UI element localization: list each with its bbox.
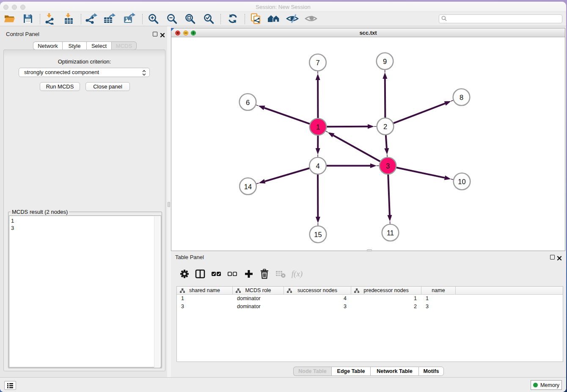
graph-edge-1-4[interactable] [316, 135, 320, 158]
column-header-name[interactable]: name [421, 287, 456, 295]
import-table-button[interactable] [59, 12, 78, 25]
add-button[interactable] [241, 267, 256, 281]
graph-node-4[interactable]: 4 [309, 157, 326, 174]
tab-node-table[interactable]: Node Table [293, 367, 331, 376]
zoom-fit-button[interactable] [181, 12, 199, 25]
frame-minimize-button[interactable] [183, 30, 188, 36]
tab-edge-table[interactable]: Edge Table [331, 367, 370, 376]
column-header-predecessor-nodes[interactable]: predecessor nodes [351, 287, 421, 295]
mcds-panel: Optimization criterion: strongly connect… [3, 50, 165, 371]
graph-node-14[interactable]: 14 [239, 178, 256, 195]
graph-edge-1-6[interactable] [255, 105, 310, 124]
tab-network[interactable]: Network [33, 41, 62, 50]
search-box [439, 14, 562, 23]
table-cell[interactable]: 3 [177, 303, 233, 311]
tab-motifs[interactable]: Motifs [418, 367, 444, 376]
zoom-selected-button[interactable] [199, 12, 218, 25]
show-all-button[interactable] [302, 12, 320, 25]
columns-button[interactable] [193, 267, 208, 281]
control-panel: Control Panel NetworkStyleSelectMCDS Opt… [0, 26, 167, 377]
network-window-title: scc.txt [171, 28, 565, 37]
graph-edge-2-3[interactable] [384, 135, 389, 158]
table-cell[interactable]: 3 [284, 303, 351, 311]
graph-edge-2-8[interactable] [394, 100, 454, 123]
table-cell[interactable]: 1 [421, 295, 456, 303]
graph-node-8[interactable]: 8 [453, 89, 470, 106]
graph-node-3[interactable]: 3 [380, 157, 396, 174]
control-panel-float-icon[interactable] [153, 32, 157, 36]
graph-edge-4-3[interactable] [327, 163, 380, 168]
table-cell[interactable]: 4 [284, 295, 351, 303]
export-image-button[interactable] [120, 12, 139, 25]
hide-selected-button[interactable] [283, 12, 302, 25]
table-cell[interactable]: 1 [177, 295, 233, 303]
graph-edge-2-9[interactable] [383, 69, 387, 118]
graph-node-9[interactable]: 9 [377, 53, 394, 70]
control-panel-close-icon[interactable] [160, 32, 165, 37]
column-header-successor-nodes[interactable]: successor nodes [284, 287, 351, 295]
deselect-all-button[interactable] [225, 267, 240, 281]
vertical-splitter-handle[interactable] [168, 202, 170, 207]
run-mcds-button[interactable]: Run MCDS [40, 82, 80, 91]
open-session-button[interactable] [0, 12, 19, 25]
graph-node-7[interactable]: 7 [309, 54, 326, 71]
close-panel-button[interactable]: Close panel [85, 82, 130, 91]
graph-node-10[interactable]: 10 [454, 173, 471, 190]
column-header-MCDS-role[interactable]: MCDS role [233, 287, 284, 295]
graph-edge-1-2[interactable] [327, 124, 377, 129]
optimization-criterion-select[interactable]: strongly connected component [19, 68, 150, 77]
select-all-button[interactable] [209, 267, 224, 281]
graph-node-2[interactable]: 2 [377, 118, 394, 135]
graph-edge-4-14[interactable] [256, 168, 310, 184]
graph-edge-3-1[interactable] [325, 131, 380, 162]
network-canvas[interactable]: 1234678910111415 [171, 37, 565, 251]
export-table-button[interactable] [100, 12, 119, 25]
tab-network-table[interactable]: Network Table [370, 367, 418, 376]
graph-node-label: 6 [246, 99, 250, 106]
memory-button[interactable]: Memory [531, 380, 562, 390]
table-cell[interactable]: dominator [233, 303, 284, 311]
gear-button[interactable] [177, 267, 192, 281]
graph-node-1[interactable]: 1 [310, 119, 327, 135]
graph-node-11[interactable]: 11 [382, 224, 399, 241]
network-window-titlebar[interactable]: scc.txt [171, 28, 565, 37]
task-history-button[interactable] [4, 381, 16, 390]
result-scrollbar[interactable] [154, 216, 160, 367]
zoom-in-button[interactable] [144, 12, 162, 25]
import-network-button[interactable] [40, 12, 59, 25]
table-cell[interactable]: 2 [351, 303, 421, 311]
table-cell[interactable]: dominator [233, 295, 284, 303]
frame-maximize-button[interactable] [191, 30, 196, 36]
column-header-shared-name[interactable]: shared name [177, 287, 233, 295]
tab-style[interactable]: Style [62, 41, 86, 50]
refresh-layout-button[interactable] [223, 12, 242, 25]
first-neighbors-button[interactable] [264, 12, 283, 25]
graph-edge-1-7[interactable] [316, 70, 320, 118]
frame-close-button[interactable] [175, 30, 180, 36]
horizontal-splitter-handle[interactable] [367, 249, 372, 251]
graph-edge-3-10[interactable] [396, 168, 454, 180]
table-cell[interactable]: 1 [351, 295, 421, 303]
table-panel-float-icon[interactable] [550, 255, 555, 259]
graph-node-6[interactable]: 6 [239, 94, 256, 110]
graph-edge-4-15[interactable] [316, 174, 320, 226]
search-input[interactable] [449, 16, 562, 22]
desktop: Session: New Session [0, 0, 567, 392]
node-table[interactable]: shared name MCDS role successor nodes pr… [176, 286, 563, 362]
mcds-result-title: MCDS result (2 nodes) [11, 209, 69, 215]
save-session-button[interactable] [19, 12, 37, 25]
mcds-result-list[interactable]: 13 [9, 215, 161, 367]
delete-button[interactable] [257, 267, 272, 281]
graph-edge-3-11[interactable] [387, 174, 392, 225]
tab-select[interactable]: Select [86, 41, 111, 50]
toolbar-separator [245, 14, 245, 24]
table-panel: Table Panel f(x) [171, 253, 566, 377]
tab-mcds[interactable]: MCDS [111, 41, 137, 50]
clone-network-button[interactable] [246, 12, 265, 25]
graph-node-15[interactable]: 15 [310, 226, 327, 243]
zoom-out-button[interactable] [162, 12, 181, 25]
table-panel-close-icon[interactable] [557, 255, 562, 260]
export-network-button[interactable] [83, 12, 101, 25]
vertical-splitter[interactable] [167, 26, 171, 377]
table-cell[interactable]: 3 [421, 303, 456, 311]
